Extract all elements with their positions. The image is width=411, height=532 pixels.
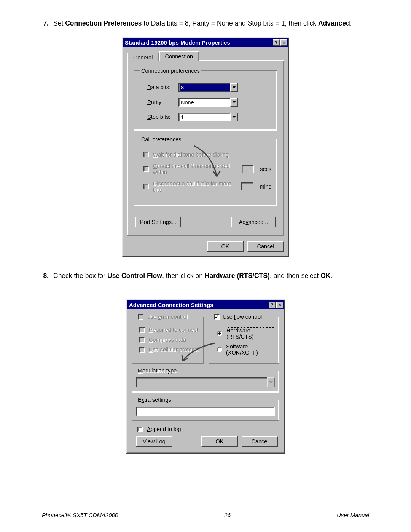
modulation-group: Modulation type [132,367,279,392]
tab-connection[interactable]: Connection [159,51,199,61]
required-connect-label: Required to connect [149,327,198,333]
connection-preferences-legend: Connection preferences [140,68,201,74]
flow-control-legend[interactable]: ✓ Use flow control [212,314,263,320]
hardware-radio-label: Hardware (RTS/CTS) [226,328,276,340]
cancel-call-row[interactable]: Cancel the call if not connected within … [143,163,271,175]
data-bits-value[interactable]: 8 [178,83,230,92]
checkbox-icon[interactable] [143,152,149,157]
modulation-combo[interactable] [136,377,275,387]
software-radio-row[interactable]: Software (XON/XOFF) [217,343,276,356]
cancel-button[interactable]: Cancel [242,436,278,447]
stop-bits-value[interactable]: 1 [178,113,230,121]
checkbox-icon[interactable] [137,427,143,432]
port-settings-button[interactable]: Port Settings... [135,217,181,227]
footer-page-number: 26 [224,512,231,518]
modulation-value[interactable] [136,377,267,387]
checkbox-icon[interactable] [143,184,149,189]
secs-unit: secs [260,166,271,172]
step-7-number: 7. [42,19,53,28]
dialog-title: Advanced Connection Settings [129,302,269,308]
footer-right: User Manual [337,512,369,518]
step-8: 8. Check the box for Use Control Flow, t… [42,272,369,281]
titlebar[interactable]: Advanced Connection Settings ? × [127,300,284,309]
error-control-legend[interactable]: Use error control [136,314,189,320]
cancel-call-label: Cancel the call if not connected within [153,163,236,175]
checkbox-icon[interactable] [139,337,145,343]
disconnect-mins-input[interactable] [241,182,253,190]
hardware-radio-row[interactable]: Hardware (RTS/CTS) [217,328,276,340]
titlebar[interactable]: Standard 19200 bps Modem Properties ? × [123,38,288,47]
close-icon[interactable]: × [276,302,283,308]
help-icon[interactable]: ? [273,39,280,46]
extra-settings-legend: Extra settings [136,397,173,403]
checkbox-icon[interactable] [139,327,145,333]
call-preferences-legend: Call preferences [140,136,183,142]
error-control-group: Use error control Required to connect Co… [132,314,204,364]
wait-dial-tone-label: Wait for dial tone before dialing [153,152,229,158]
step-8-number: 8. [42,272,53,281]
page-footer: Phonecell® SX5T CDMA2000 26 User Manual [42,512,369,518]
tab-strip: General Connection [127,51,284,61]
radio-icon[interactable] [217,331,222,336]
parity-value[interactable]: None [178,98,230,107]
modem-properties-dialog: Standard 19200 bps Modem Properties ? × … [122,37,289,257]
ok-button[interactable]: OK [201,436,238,447]
step-7-text: Set Connection Preferences to Data bits … [53,19,369,28]
dialog-title: Standard 19200 bps Modem Properties [125,39,273,46]
compress-data-label: Compress data [149,337,186,343]
cellular-protocol-row[interactable]: Use cellular protocol [139,347,199,353]
tab-general[interactable]: General [127,53,159,61]
tab-panel-connection: Connection preferences Data bits: 8 Pari… [127,60,284,236]
chevron-down-icon[interactable] [230,83,238,92]
call-preferences-group: Call preferences Wait for dial tone befo… [134,136,277,206]
connection-preferences-group: Connection preferences Data bits: 8 Pari… [134,68,277,130]
footer-rule [42,508,369,508]
chevron-down-icon[interactable] [230,98,238,107]
stop-bits-combo[interactable]: 1 [178,113,238,121]
extra-settings-group: Extra settings [132,397,279,421]
required-connect-row[interactable]: Required to connect [139,327,199,333]
parity-combo[interactable]: None [178,98,238,107]
view-log-button[interactable]: View Log [136,436,172,447]
ok-button[interactable]: OK [207,241,244,252]
close-icon[interactable]: × [280,39,287,46]
modulation-legend: Modulation type [136,367,178,374]
compress-data-row[interactable]: Compress data [139,337,199,343]
wait-dial-tone-row[interactable]: Wait for dial tone before dialing [143,152,271,158]
append-log-label: Append to log [147,426,181,432]
help-icon[interactable]: ? [269,302,276,308]
mins-unit: mins [260,184,271,190]
footer-left: Phonecell® SX5T CDMA2000 [42,512,118,518]
software-radio-label: Software (XON/XOFF) [226,343,276,356]
parity-label: Parity: [147,99,178,105]
flow-control-group: ✓ Use flow control Hardware (RTS/CTS) So… [209,314,279,364]
stop-bits-label: Stop bits: [147,114,178,120]
step-8-text: Check the box for Use Control Flow, then… [53,272,369,281]
checkbox-icon[interactable] [143,166,149,172]
chevron-down-icon[interactable] [230,113,238,121]
cancel-call-secs-input[interactable] [242,165,254,173]
advanced-button[interactable]: Advanced... [231,217,276,227]
radio-icon[interactable] [217,347,222,352]
data-bits-combo[interactable]: 8 [178,83,238,92]
cellular-protocol-label: Use cellular protocol [149,347,199,353]
disconnect-idle-row[interactable]: Disconnect a call if idle for more than … [143,181,271,193]
checkbox-icon[interactable] [139,347,145,353]
extra-settings-input[interactable] [136,407,275,416]
append-log-row[interactable]: Append to log [137,426,279,432]
chevron-down-icon[interactable] [267,377,275,387]
step-7: 7. Set Connection Preferences to Data bi… [42,19,369,28]
cancel-button[interactable]: Cancel [247,241,284,252]
data-bits-label: Data bits: [147,84,178,90]
disconnect-idle-label: Disconnect a call if idle for more than [153,181,235,193]
advanced-connection-dialog: Advanced Connection Settings ? × Use err… [126,299,285,454]
checkbox-icon[interactable] [138,314,143,320]
checkbox-icon[interactable]: ✓ [214,314,220,320]
